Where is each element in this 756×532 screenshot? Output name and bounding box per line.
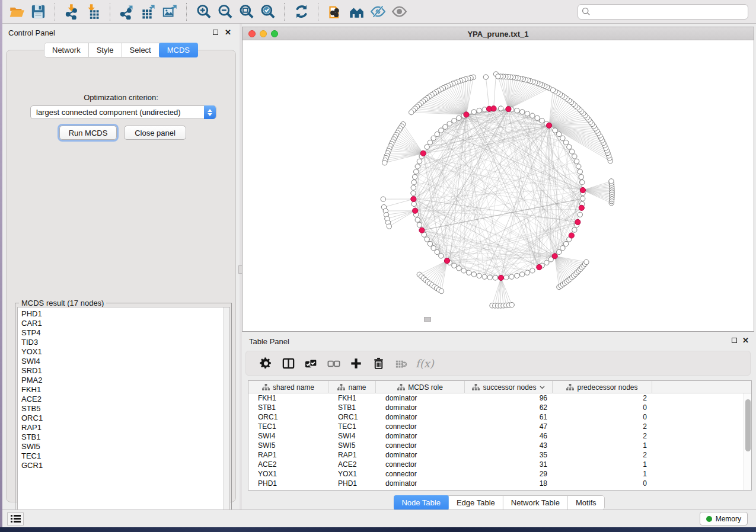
delete-column-button[interactable] <box>367 353 390 373</box>
mcds-result-item[interactable]: ACE2 <box>18 395 229 404</box>
open-file-button[interactable] <box>6 2 27 22</box>
cell-successor-nodes[interactable]: 62 <box>465 403 553 412</box>
cell-predecessor-nodes[interactable]: 0 <box>553 403 652 412</box>
table-row[interactable]: ACE2ACE2connector311 <box>248 460 751 469</box>
export-network-button[interactable] <box>116 2 138 22</box>
cell-name[interactable]: RAP1 <box>328 451 376 459</box>
optimization-criterion-select[interactable]: largest connected component (undirected) <box>30 105 216 119</box>
cell-shared-name[interactable]: STB1 <box>248 403 328 412</box>
mcds-result-item[interactable]: ORC1 <box>18 414 229 423</box>
close-panel-button[interactable]: Close panel <box>124 126 186 140</box>
mcds-result-item[interactable]: SWI5 <box>18 442 229 451</box>
cell-successor-nodes[interactable]: 29 <box>465 470 553 478</box>
cell-MCDS-role[interactable]: connector <box>376 422 465 431</box>
mcds-result-item[interactable]: STP4 <box>18 328 229 338</box>
import-network-button[interactable] <box>61 2 82 22</box>
cell-successor-nodes[interactable]: 61 <box>465 413 553 421</box>
cell-shared-name[interactable]: ACE2 <box>248 460 328 469</box>
mcds-result-item[interactable]: STB1 <box>18 432 229 442</box>
cell-successor-nodes[interactable]: 18 <box>465 479 553 488</box>
float-panel-icon[interactable] <box>213 30 218 35</box>
table-settings-button[interactable] <box>254 353 277 373</box>
mcds-result-list[interactable]: PHD1CAR1STP4TID3YOX1SWI4SRD1PMA2FKH1ACE2… <box>17 307 230 521</box>
mcds-result-item[interactable]: TEC1 <box>18 451 229 461</box>
cell-name[interactable]: STB1 <box>328 403 376 412</box>
zoom-fit-button[interactable] <box>235 2 257 22</box>
column-header-shared-name[interactable]: shared name <box>248 381 328 393</box>
tab-select[interactable]: Select <box>122 43 160 57</box>
mcds-result-item[interactable]: PHD1 <box>18 307 229 319</box>
mcds-result-item[interactable]: CAR1 <box>18 319 229 328</box>
cell-successor-nodes[interactable]: 96 <box>465 394 553 402</box>
mcds-result-item[interactable]: GCR1 <box>18 461 229 470</box>
cell-successor-nodes[interactable]: 43 <box>465 441 553 450</box>
function-builder-button[interactable]: f(x) <box>416 357 434 370</box>
cell-name[interactable]: PHD1 <box>328 479 376 488</box>
cell-name[interactable]: FKH1 <box>328 394 376 402</box>
cell-predecessor-nodes[interactable]: 1 <box>553 460 652 469</box>
panel-list-button[interactable] <box>7 512 24 525</box>
cell-predecessor-nodes[interactable]: 2 <box>553 394 652 402</box>
cell-predecessor-nodes[interactable]: 2 <box>553 451 652 459</box>
add-column-button[interactable] <box>344 353 367 373</box>
tab-motifs[interactable]: Motifs <box>568 496 604 509</box>
network-canvas[interactable] <box>243 40 754 331</box>
cell-MCDS-role[interactable]: dominator <box>376 451 465 459</box>
cell-MCDS-role[interactable]: dominator <box>376 479 465 488</box>
cell-MCDS-role[interactable]: connector <box>376 470 465 478</box>
show-all-button[interactable] <box>388 2 410 22</box>
cell-MCDS-role[interactable]: dominator <box>376 394 465 402</box>
cell-MCDS-role[interactable]: dominator <box>376 413 465 421</box>
cell-shared-name[interactable]: YOX1 <box>248 470 328 478</box>
cell-predecessor-nodes[interactable]: 2 <box>553 432 652 440</box>
mcds-result-item[interactable]: STB5 <box>18 404 229 414</box>
table-row[interactable]: STB1STB1dominator620 <box>248 403 751 412</box>
column-header-predecessor-nodes[interactable]: predecessor nodes <box>553 381 652 393</box>
mcds-result-item[interactable]: TID3 <box>18 338 229 347</box>
cell-predecessor-nodes[interactable]: 2 <box>553 422 652 431</box>
mcds-result-item[interactable]: FKH1 <box>18 385 229 395</box>
column-header-successor-nodes[interactable]: successor nodes <box>465 381 553 393</box>
cell-name[interactable]: ACE2 <box>328 460 376 469</box>
cell-MCDS-role[interactable]: connector <box>376 441 465 450</box>
run-mcds-button[interactable]: Run MCDS <box>59 126 117 140</box>
table-row[interactable]: TEC1TEC1connector472 <box>248 422 751 431</box>
tab-edge-table[interactable]: Edge Table <box>449 496 503 509</box>
cell-shared-name[interactable]: FKH1 <box>248 394 328 402</box>
close-panel-icon[interactable]: ✕ <box>225 29 231 36</box>
tab-node-table[interactable]: Node Table <box>393 495 449 510</box>
table-row[interactable]: RAP1RAP1dominator352 <box>248 450 751 460</box>
close-table-panel-icon[interactable]: ✕ <box>742 337 749 344</box>
table-row[interactable]: SWI4SWI4dominator462 <box>248 431 751 441</box>
zoom-out-button[interactable] <box>214 2 235 22</box>
cell-shared-name[interactable]: SWI5 <box>248 441 328 450</box>
tab-style[interactable]: Style <box>89 43 122 57</box>
cell-shared-name[interactable]: ORC1 <box>248 413 328 421</box>
mcds-result-item[interactable]: PMA2 <box>18 376 229 385</box>
table-row[interactable]: FKH1FKH1dominator962 <box>248 393 751 403</box>
table-scrollbar-thumb[interactable] <box>745 399 751 451</box>
cell-predecessor-nodes[interactable]: 0 <box>553 413 652 421</box>
deselect-all-rows-button[interactable] <box>322 353 344 373</box>
cell-MCDS-role[interactable]: dominator <box>376 432 465 440</box>
canvas-scrollbar-thumb[interactable] <box>424 317 431 322</box>
zoom-in-button[interactable] <box>193 2 214 22</box>
cell-successor-nodes[interactable]: 47 <box>465 422 553 431</box>
table-row[interactable]: ORC1ORC1dominator610 <box>248 412 751 422</box>
cell-shared-name[interactable]: RAP1 <box>248 451 328 459</box>
cell-name[interactable]: ORC1 <box>328 413 376 421</box>
mcds-result-item[interactable]: YOX1 <box>18 347 229 357</box>
float-table-panel-icon[interactable] <box>732 338 737 343</box>
zoom-selected-button[interactable] <box>257 2 278 22</box>
column-header-MCDS-role[interactable]: MCDS role <box>376 381 465 393</box>
first-neighbors-button[interactable] <box>346 2 367 22</box>
clone-network-button[interactable] <box>324 2 346 22</box>
table-row[interactable]: PHD1PHD1dominator180 <box>248 479 751 488</box>
cell-successor-nodes[interactable]: 35 <box>465 451 553 459</box>
cell-successor-nodes[interactable]: 31 <box>465 460 553 469</box>
tab-network[interactable]: Network <box>44 43 89 57</box>
cell-name[interactable]: YOX1 <box>328 470 376 478</box>
cell-name[interactable]: SWI5 <box>328 441 376 450</box>
cell-name[interactable]: SWI4 <box>328 432 376 440</box>
cell-shared-name[interactable]: PHD1 <box>248 479 328 488</box>
